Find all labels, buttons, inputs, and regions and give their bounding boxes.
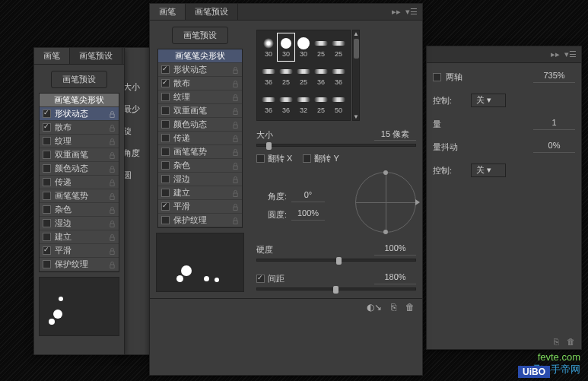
smooth-row[interactable]: 平滑 (40, 244, 119, 258)
chevrons-icon[interactable]: ▸▸ (392, 7, 401, 17)
shape-dyn-row[interactable]: 形状动态 (158, 63, 242, 77)
build-check[interactable] (43, 233, 51, 241)
brush-tip-cell[interactable]: 30 (278, 33, 294, 61)
transfer-check[interactable] (43, 178, 51, 186)
colordyn-check[interactable] (43, 164, 51, 173)
size-slider[interactable] (256, 144, 416, 147)
protect-row[interactable]: 保护纹理 (40, 258, 119, 271)
brush-tip-cell[interactable]: 36 (313, 62, 329, 89)
round-value[interactable]: 100% (291, 208, 325, 221)
lock-icon[interactable] (232, 107, 239, 115)
transfer-row[interactable]: 传递 (40, 176, 119, 189)
scatter-row[interactable]: 散布 (40, 121, 119, 135)
texture-check[interactable] (161, 93, 170, 101)
brush-scrollbar[interactable]: ▲ ▼ (352, 30, 360, 121)
lock-icon[interactable] (232, 162, 239, 170)
lock-icon[interactable] (109, 179, 116, 186)
brush-tip-cell[interactable]: 32 (295, 90, 312, 117)
toggle-icon[interactable]: ◐↘ (367, 302, 382, 313)
lock-icon[interactable] (232, 80, 239, 87)
pose-row[interactable]: 画笔笔势 (40, 189, 119, 203)
protect-row[interactable]: 保护纹理 (158, 214, 242, 227)
hardness-value[interactable]: 100% (374, 243, 416, 256)
chevrons-icon[interactable]: ▸▸ (551, 49, 560, 59)
scatter-row[interactable]: 散布 (158, 77, 242, 90)
protect-check[interactable] (161, 216, 170, 224)
new-preset-icon[interactable]: ⎘ (391, 302, 396, 313)
colordyn-row[interactable]: 颜色动态 (158, 118, 242, 132)
preset-button[interactable]: 画笔预设 (51, 71, 107, 88)
noise-check[interactable] (161, 161, 170, 170)
noise-row[interactable]: 杂色 (40, 203, 119, 217)
tab-preset[interactable]: 画笔预设 (186, 4, 238, 20)
lock-icon[interactable] (109, 124, 116, 132)
count-value[interactable]: 1 (533, 118, 575, 130)
scatter-check[interactable] (43, 123, 51, 132)
spacing-checkbox[interactable] (256, 275, 265, 283)
scatter-check[interactable] (161, 79, 170, 87)
wet-row[interactable]: 湿边 (158, 173, 242, 186)
brush-tip-cell[interactable]: 25 (313, 90, 329, 117)
lock-icon[interactable] (232, 94, 239, 101)
colordyn-check[interactable] (161, 120, 170, 129)
menu-icon[interactable]: ▾☰ (564, 49, 577, 59)
spacing-slider[interactable] (256, 287, 416, 291)
lock-icon[interactable] (109, 138, 116, 145)
texture-row[interactable]: 纹理 (158, 90, 242, 104)
brush-tip-cell[interactable]: 25 (330, 33, 347, 61)
brush-tip-cell[interactable]: 36 (260, 62, 277, 89)
both-axes-value[interactable]: 735% (533, 71, 575, 83)
both-axes-checkbox[interactable] (433, 73, 441, 81)
angle-value[interactable]: 0° (291, 190, 325, 202)
shape-dyn-check[interactable] (161, 65, 170, 74)
lock-icon[interactable] (109, 151, 116, 159)
hardness-slider[interactable] (256, 259, 416, 262)
brush-tip-cell[interactable]: 30 (295, 33, 312, 61)
pose-check[interactable] (43, 192, 51, 200)
trash-icon[interactable]: 🗑 (405, 302, 415, 313)
options-header[interactable]: 画笔笔尖形状 (40, 94, 119, 107)
lock-icon[interactable] (232, 148, 239, 156)
dual-check[interactable] (161, 106, 170, 115)
tab-brush[interactable]: 画笔 (34, 48, 70, 64)
noise-check[interactable] (43, 205, 51, 214)
tab-brush[interactable]: 画笔 (150, 4, 186, 20)
shape-dyn-row[interactable]: 形状动态 (40, 107, 119, 121)
flip-x-checkbox[interactable] (256, 154, 265, 163)
new-icon[interactable]: ⎘ (554, 337, 559, 346)
build-row[interactable]: 建立 (40, 230, 119, 244)
lock-icon[interactable] (232, 203, 239, 211)
transfer-row[interactable]: 传递 (158, 132, 242, 145)
dual-check[interactable] (43, 151, 51, 159)
scroll-thumb[interactable] (354, 39, 359, 59)
scroll-down-icon[interactable]: ▼ (353, 113, 359, 120)
lock-icon[interactable] (109, 220, 116, 227)
lock-icon[interactable] (109, 247, 116, 255)
wet-check[interactable] (43, 219, 51, 227)
control-select[interactable]: 关 ▾ (471, 94, 506, 107)
brush-tip-cell[interactable]: 25 (295, 62, 312, 89)
brush-tip-cell[interactable]: 36 (260, 90, 277, 117)
wet-row[interactable]: 湿边 (40, 217, 119, 230)
options-header[interactable]: 画笔笔尖形状 (158, 49, 242, 63)
angle-control[interactable] (355, 172, 416, 233)
brush-tip-cell[interactable]: 25 (278, 62, 294, 89)
spacing-value[interactable]: 180% (374, 272, 416, 284)
preset-button[interactable]: 画笔预设 (172, 27, 228, 44)
lock-icon[interactable] (232, 176, 239, 183)
brush-tip-cell[interactable]: 36 (330, 62, 347, 89)
lock-icon[interactable] (109, 261, 116, 268)
scroll-up-icon[interactable]: ▲ (353, 30, 359, 37)
colordyn-row[interactable]: 颜色动态 (40, 162, 119, 176)
lock-icon[interactable] (232, 121, 239, 129)
pose-check[interactable] (161, 148, 170, 156)
trash-icon[interactable]: 🗑 (567, 337, 575, 346)
brush-tip-cell[interactable]: 50 (330, 90, 347, 117)
jitter-value[interactable]: 0% (533, 141, 575, 153)
dual-row[interactable]: 双重画笔 (40, 148, 119, 162)
lock-icon[interactable] (109, 192, 116, 200)
size-value[interactable]: 15 像素 (374, 129, 416, 141)
pose-row[interactable]: 画笔笔势 (158, 145, 242, 159)
brush-tip-grid[interactable]: 303030252536252536363636322550 (256, 30, 351, 121)
texture-check[interactable] (43, 137, 51, 145)
